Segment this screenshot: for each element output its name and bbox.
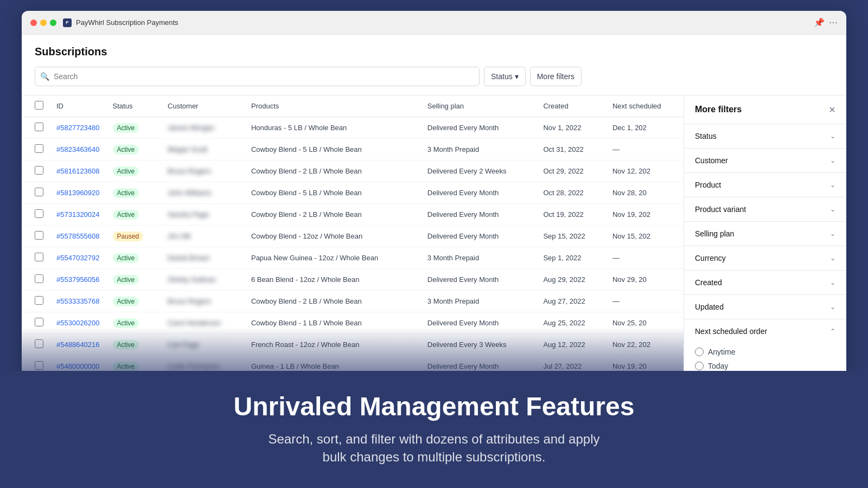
row-checkbox[interactable] [35, 188, 43, 196]
row-checkbox[interactable] [35, 209, 43, 218]
subscription-link[interactable]: #5537956056 [56, 275, 100, 284]
more-icon[interactable]: ⋯ [829, 17, 838, 28]
th-created: Created [537, 95, 606, 117]
td-customer: Shirley Sullivan [161, 269, 245, 291]
search-box: 🔍 [35, 67, 480, 86]
td-product: French Roast - 12oz / Whole Bean [245, 334, 421, 356]
row-checkbox[interactable] [35, 339, 43, 348]
row-checkbox[interactable] [35, 144, 43, 153]
row-checkbox[interactable] [35, 361, 43, 370]
side-panel-header: More filters × [684, 95, 846, 124]
td-customer: Sandra Page [161, 204, 245, 226]
td-checkbox [22, 204, 50, 226]
radio-option-today[interactable]: Today [695, 362, 835, 370]
search-input[interactable] [35, 67, 480, 86]
subscription-link[interactable]: #5816123608 [56, 167, 100, 175]
table-row: #5547032792 Active Daniel Brown Papua Ne… [22, 247, 684, 269]
subscription-link[interactable]: #5530026200 [56, 319, 100, 327]
td-created: Oct 31, 2022 [537, 139, 606, 160]
filter-header-status[interactable]: Status ⌄ [684, 124, 846, 148]
side-panel-title: More filters [695, 105, 742, 114]
td-product: Cowboy Blend - 12oz / Whole Bean [245, 226, 421, 247]
search-icon: 🔍 [40, 72, 49, 81]
filter-label-created: Created [695, 278, 722, 287]
close-dot[interactable] [30, 20, 37, 26]
row-checkbox[interactable] [35, 253, 43, 261]
td-status: Active [106, 269, 162, 291]
row-checkbox[interactable] [35, 318, 43, 326]
td-selling-plan: Delivered Every 3 Weeks [421, 334, 537, 356]
filter-header-product_variant[interactable]: Product variant ⌄ [684, 197, 846, 221]
td-next-scheduled: Nov 19, 202 [606, 204, 684, 226]
row-checkbox[interactable] [35, 296, 43, 305]
filter-section-product: Product ⌄ [684, 173, 846, 197]
status-badge: Active [113, 253, 139, 263]
table-area: ID Status Customer Products Selling plan… [22, 95, 684, 371]
page-title: Subscriptions [35, 46, 833, 58]
td-id: #5547032792 [50, 247, 106, 269]
filter-label-currency: Currency [695, 254, 726, 262]
chevron-icon-selling_plan: ⌄ [830, 230, 835, 237]
status-filter-button[interactable]: Status ▾ [484, 67, 526, 86]
radio-input-anytime[interactable] [695, 348, 704, 356]
filter-header-next_scheduled[interactable]: Next scheduled order ⌃ [684, 319, 846, 343]
td-id: #5578555608 [50, 226, 106, 247]
subscription-link[interactable]: #5827723480 [56, 124, 100, 132]
td-selling-plan: Delivered Every Month [421, 182, 537, 204]
filter-section-selling_plan: Selling plan ⌄ [684, 222, 846, 246]
subscription-link[interactable]: #5578555608 [56, 232, 100, 240]
td-selling-plan: Delivered Every Month [421, 269, 537, 291]
filter-label-next_scheduled: Next scheduled order [695, 327, 767, 336]
minimize-dot[interactable] [40, 20, 47, 26]
filter-header-selling_plan[interactable]: Selling plan ⌄ [684, 222, 846, 246]
td-selling-plan: Delivered Every Month [421, 356, 537, 371]
subscription-link[interactable]: #5533335768 [56, 297, 100, 305]
radio-input-today[interactable] [695, 362, 704, 370]
close-side-panel-button[interactable]: × [829, 104, 835, 115]
subscription-link[interactable]: #5731320024 [56, 210, 100, 219]
td-checkbox [22, 117, 50, 139]
chevron-icon-currency: ⌄ [830, 254, 835, 262]
filter-header-customer[interactable]: Customer ⌄ [684, 149, 846, 172]
subscription-link[interactable]: #5547032792 [56, 254, 100, 262]
row-checkbox[interactable] [35, 166, 43, 175]
td-selling-plan: Delivered Every Month [421, 312, 537, 334]
customer-name: Carl Page [168, 341, 199, 349]
td-selling-plan: Delivered Every Month [421, 117, 537, 139]
row-checkbox[interactable] [35, 123, 43, 131]
subscription-link[interactable]: #5823463640 [56, 145, 100, 153]
status-badge: Active [113, 362, 139, 371]
chevron-icon-product_variant: ⌄ [830, 206, 835, 213]
chevron-icon-next_scheduled: ⌃ [830, 328, 835, 335]
th-id: ID [50, 95, 106, 117]
subscription-link[interactable]: #5488640216 [56, 341, 100, 349]
pin-icon[interactable]: 📌 [814, 17, 825, 28]
toolbar: 🔍 Status ▾ More filters [35, 67, 833, 95]
td-id: #5813960920 [50, 182, 106, 204]
maximize-dot[interactable] [50, 20, 56, 26]
more-filters-button[interactable]: More filters [530, 67, 582, 86]
table-row: #5533335768 Active Bruce Rogers Cowboy B… [22, 291, 684, 312]
td-created: Aug 29, 2022 [537, 269, 606, 291]
row-checkbox[interactable] [35, 274, 43, 283]
status-badge: Active [113, 275, 139, 285]
radio-option-anytime[interactable]: Anytime [695, 348, 835, 356]
side-panel: More filters × Status ⌄ Customer ⌄ Produ… [684, 95, 846, 371]
filter-header-created[interactable]: Created ⌄ [684, 271, 846, 294]
td-customer: Jim Hill [161, 226, 245, 247]
td-customer: Carl Page [161, 334, 245, 356]
td-created: Aug 25, 2022 [537, 312, 606, 334]
td-created: Sep 1, 2022 [537, 247, 606, 269]
main-content: ID Status Customer Products Selling plan… [22, 95, 846, 371]
subscription-link[interactable]: #5813960920 [56, 189, 100, 197]
subscription-link[interactable]: #5480000000 [56, 362, 100, 370]
promo-subtitle: Search, sort, and filter with dozens of … [33, 430, 835, 466]
filter-header-updated[interactable]: Updated ⌄ [684, 295, 846, 319]
row-checkbox[interactable] [35, 231, 43, 240]
td-created: Oct 19, 2022 [537, 204, 606, 226]
select-all-checkbox[interactable] [35, 101, 43, 110]
filter-header-product[interactable]: Product ⌄ [684, 173, 846, 197]
chevron-icon-customer: ⌄ [830, 157, 835, 164]
td-customer: Bruce Rogers [161, 291, 245, 312]
filter-header-currency[interactable]: Currency ⌄ [684, 246, 846, 270]
